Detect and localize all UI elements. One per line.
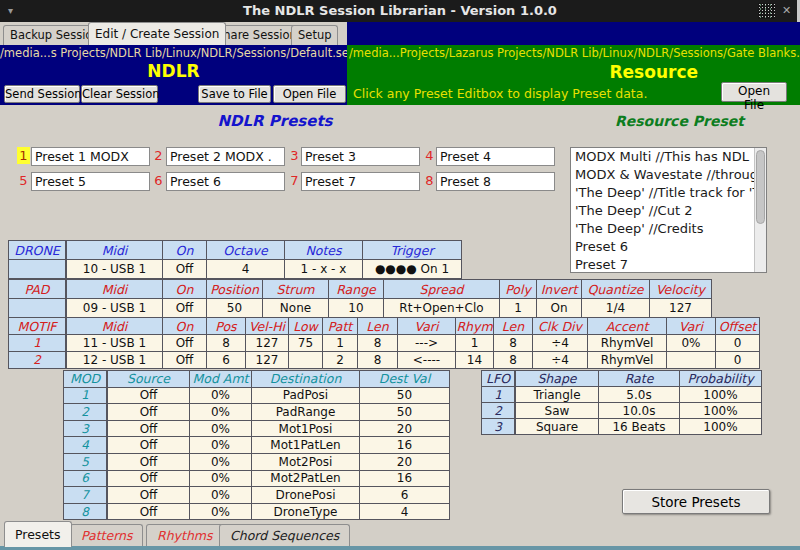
- cell[interactable]: 8: [358, 335, 398, 352]
- cell[interactable]: --->: [398, 335, 456, 352]
- tab-chord-sequences[interactable]: Chord Sequences: [219, 524, 350, 546]
- cell[interactable]: [667, 352, 716, 369]
- cell[interactable]: 2: [323, 352, 358, 369]
- cell[interactable]: 1/4: [582, 299, 650, 318]
- cell[interactable]: ●●●● On 1: [363, 260, 462, 279]
- clear-session-button[interactable]: Clear Session: [81, 85, 158, 103]
- cell[interactable]: ÷4: [533, 335, 588, 352]
- cell[interactable]: Triangle: [515, 387, 599, 403]
- cell[interactable]: 0%: [190, 387, 252, 404]
- cell[interactable]: 09 - USB 1: [66, 299, 163, 318]
- cell[interactable]: 0: [716, 335, 760, 352]
- cell[interactable]: 0%: [190, 420, 252, 437]
- cell[interactable]: 50: [207, 299, 263, 318]
- cell[interactable]: PadPosi: [252, 387, 360, 404]
- tab-presets[interactable]: Presets: [4, 521, 72, 547]
- cell[interactable]: 127: [246, 335, 289, 352]
- cell[interactable]: DroneType: [252, 503, 360, 520]
- cell[interactable]: 20: [360, 420, 450, 437]
- scrollbar[interactable]: [754, 148, 766, 272]
- cell[interactable]: Off: [107, 404, 190, 421]
- cell[interactable]: Off: [163, 335, 207, 352]
- cell[interactable]: 0%: [190, 437, 252, 454]
- preset-editbox-8[interactable]: [436, 172, 555, 191]
- cell[interactable]: Off: [107, 503, 190, 520]
- cell[interactable]: <----: [398, 352, 456, 369]
- close-icon[interactable]: ✕: [779, 3, 794, 18]
- cell[interactable]: 127: [246, 352, 289, 369]
- cell[interactable]: On: [537, 299, 582, 318]
- cell[interactable]: 50: [360, 387, 450, 404]
- cell[interactable]: Square: [515, 419, 599, 435]
- tab-patterns[interactable]: Patterns: [70, 524, 143, 546]
- cell[interactable]: 100%: [680, 419, 762, 435]
- cell[interactable]: Mot1PatLen: [252, 437, 360, 454]
- cell[interactable]: Off: [107, 470, 190, 487]
- store-presets-button[interactable]: Store Presets: [622, 489, 770, 514]
- cell[interactable]: 0%: [190, 404, 252, 421]
- cell[interactable]: 16 Beats: [599, 419, 680, 435]
- cell[interactable]: 8: [494, 352, 533, 369]
- cell[interactable]: Off: [107, 487, 190, 504]
- cell[interactable]: RhymVel: [588, 335, 667, 352]
- preset-editbox-1[interactable]: [31, 147, 150, 166]
- cell[interactable]: Saw: [515, 403, 599, 419]
- cell[interactable]: 4: [207, 260, 285, 279]
- cell[interactable]: Off: [163, 260, 207, 279]
- cell[interactable]: 10.0s: [599, 403, 680, 419]
- cell[interactable]: 8: [358, 352, 398, 369]
- cell[interactable]: 50: [360, 404, 450, 421]
- cell[interactable]: 0%: [190, 503, 252, 520]
- preset-editbox-5[interactable]: [31, 172, 150, 191]
- cell[interactable]: 20: [360, 453, 450, 470]
- cell[interactable]: 5.0s: [599, 387, 680, 403]
- cell[interactable]: 16: [360, 470, 450, 487]
- cell[interactable]: Off: [107, 437, 190, 454]
- cell[interactable]: 0%: [190, 453, 252, 470]
- cell[interactable]: 75: [289, 335, 323, 352]
- cell[interactable]: 100%: [680, 387, 762, 403]
- cell[interactable]: Off: [107, 387, 190, 404]
- cell[interactable]: 14: [456, 352, 494, 369]
- resource-preset-item[interactable]: MODX & Wavestate //through: [575, 166, 766, 184]
- open-file-button-resource[interactable]: Open File: [721, 82, 787, 102]
- resource-preset-item[interactable]: 'The Deep' //Cut 2: [575, 202, 766, 220]
- preset-editbox-2[interactable]: [166, 147, 285, 166]
- cell[interactable]: 0%: [190, 487, 252, 504]
- cell[interactable]: ÷4: [533, 352, 588, 369]
- cell[interactable]: None: [263, 299, 329, 318]
- cell[interactable]: 0%: [190, 470, 252, 487]
- preset-editbox-3[interactable]: [301, 147, 420, 166]
- cell[interactable]: PadRange: [252, 404, 360, 421]
- scrollbar-thumb[interactable]: [756, 150, 765, 224]
- cell[interactable]: 11 - USB 1: [66, 335, 163, 352]
- cell[interactable]: Off: [163, 299, 207, 318]
- cell[interactable]: 10: [329, 299, 384, 318]
- preset-editbox-7[interactable]: [301, 172, 420, 191]
- cell[interactable]: Rt+Open+Clo: [384, 299, 500, 318]
- cell[interactable]: DronePosi: [252, 487, 360, 504]
- resource-preset-item[interactable]: Preset 6: [575, 238, 766, 256]
- cell[interactable]: 6: [360, 487, 450, 504]
- cell[interactable]: 1 - x - x: [285, 260, 363, 279]
- cell[interactable]: Mot2PatLen: [252, 470, 360, 487]
- resource-preset-item[interactable]: MODX Multi //This has NDL: [575, 148, 766, 166]
- cell[interactable]: 1: [500, 299, 537, 318]
- send-session-button[interactable]: Send Session: [4, 85, 80, 103]
- cell[interactable]: 6: [207, 352, 246, 369]
- preset-editbox-6[interactable]: [166, 172, 285, 191]
- cell[interactable]: 1: [456, 335, 494, 352]
- cell[interactable]: Off: [107, 453, 190, 470]
- cell[interactable]: RhymVel: [588, 352, 667, 369]
- tab-edit-create-session[interactable]: Edit / Create Session: [88, 22, 226, 45]
- cell[interactable]: [289, 352, 323, 369]
- open-file-button-ndlr[interactable]: Open File: [273, 85, 346, 103]
- resource-preset-item[interactable]: 'The Deep' //Credits: [575, 220, 766, 238]
- cell[interactable]: Mot2Posi: [252, 453, 360, 470]
- cell[interactable]: 4: [360, 503, 450, 520]
- cell[interactable]: Off: [163, 352, 207, 369]
- cell[interactable]: 1: [323, 335, 358, 352]
- cell[interactable]: 0: [716, 352, 760, 369]
- cell[interactable]: 100%: [680, 403, 762, 419]
- cell[interactable]: 16: [360, 437, 450, 454]
